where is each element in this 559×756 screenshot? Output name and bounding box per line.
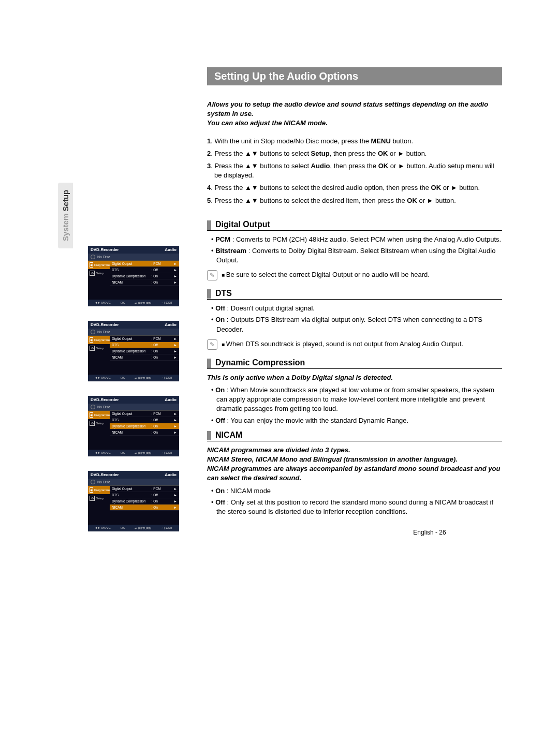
osd-nicam: DVD-RecorderAudio No Disc ◉Programme ⚙Se…	[88, 471, 179, 531]
sub-note: This is only active when a Dolby Digital…	[207, 373, 502, 382]
gear-icon: ⚙	[90, 496, 95, 501]
step-5: 5. Press the ▲▼ buttons to select the de…	[207, 196, 502, 205]
section-dynamic-compression: Dynamic Compression	[207, 358, 502, 369]
side-tab-dark: Setup	[61, 190, 70, 212]
osd-row: Dynamic Compression: On►	[110, 273, 179, 279]
programme-icon: ◉	[90, 487, 93, 493]
side-tab-light: System	[61, 214, 70, 241]
disc-icon	[91, 330, 95, 334]
gear-icon: ⚙	[90, 421, 95, 426]
osd-side-setup: ⚙Setup	[88, 269, 110, 277]
osd-screenshots: DVD-RecorderAudio No Disc ◉Programme ⚙Se…	[88, 246, 179, 546]
disc-icon	[91, 255, 95, 259]
note-icon: ✎	[207, 339, 217, 350]
note-icon: ✎	[207, 270, 217, 280]
osd-side-programme: ◉Programme	[88, 261, 110, 269]
bullet: • On : When Movie soundtracks are played…	[211, 386, 502, 414]
osd-footer: ◄► MOVEOK↩ RETURN→] EXIT	[88, 300, 179, 306]
osd-title: DVD-Recorder	[91, 247, 119, 252]
main-content: Allows you to setup the audio device and…	[207, 100, 502, 536]
page-title: Setting Up the Audio Options	[207, 67, 502, 85]
section-bar-icon	[207, 431, 211, 440]
section-dts: DTS	[207, 289, 502, 300]
step-2: 2. Press the ▲▼ buttons to select Setup,…	[207, 149, 502, 158]
osd-dts: DVD-RecorderAudio No Disc ◉Programme ⚙Se…	[88, 321, 179, 381]
disc-icon	[91, 405, 95, 409]
step-3: 3. Press the ▲▼ buttons to select Audio,…	[207, 161, 502, 180]
bullet: • Off : Only set at this position to rec…	[211, 498, 502, 516]
gear-icon: ⚙	[90, 271, 95, 276]
step-4: 4. Press the ▲▼ buttons to select the de…	[207, 183, 502, 192]
osd-dynamic-compression: DVD-RecorderAudio No Disc ◉Programme ⚙Se…	[88, 396, 179, 456]
bullet: • Bitstream : Converts to Dolby Digital …	[211, 246, 502, 265]
bullet: • PCM : Converts to PCM (2CH) 48kHz audi…	[211, 235, 502, 244]
step-1: 1. With the unit in Stop mode/No Disc mo…	[207, 137, 502, 146]
sub-note: NICAM programmes are divided into 3 type…	[207, 446, 502, 483]
note: ✎ Be sure to select the correct Digital …	[207, 270, 502, 280]
disc-icon	[91, 480, 95, 484]
intro-text: Allows you to setup the audio device and…	[207, 100, 502, 128]
osd-row: DTS: Off►	[110, 267, 179, 273]
programme-icon: ◉	[90, 262, 93, 268]
programme-icon: ◉	[90, 412, 93, 418]
osd-nodisc: No Disc	[88, 254, 179, 261]
bullet: • On : NICAM mode	[211, 486, 502, 496]
programme-icon: ◉	[90, 337, 93, 343]
section-digital-output: Digital Output	[207, 220, 502, 231]
osd-section: Audio	[165, 247, 176, 252]
note-text: When DTS soundtrack is played, sound is …	[222, 339, 502, 349]
manual-page: System Setup Setting Up the Audio Option…	[0, 0, 559, 756]
page-footer: English - 26	[357, 529, 502, 536]
section-bar-icon	[207, 289, 211, 299]
osd-digital-output: DVD-RecorderAudio No Disc ◉Programme ⚙Se…	[88, 246, 179, 306]
section-heading: DTS	[215, 289, 232, 299]
bullet: • On : Outputs DTS Bitstream via digital…	[211, 315, 502, 334]
bullet: • Off : Doesn't output digital signal.	[211, 304, 502, 313]
section-bar-icon	[207, 359, 211, 368]
steps-list: 1. With the unit in Stop mode/No Disc mo…	[207, 137, 502, 205]
section-heading: Digital Output	[215, 220, 270, 230]
bullet: • Off : You can enjoy the movie with the…	[211, 416, 502, 425]
gear-icon: ⚙	[90, 346, 95, 351]
section-bar-icon	[207, 220, 211, 230]
section-heading: Dynamic Compression	[215, 358, 305, 368]
section-nicam: NICAM	[207, 431, 502, 441]
side-tab: System Setup	[58, 183, 73, 248]
osd-row: NICAM: On►	[110, 279, 179, 286]
section-heading: NICAM	[215, 431, 242, 441]
note-text: Be sure to select the correct Digital Ou…	[222, 270, 502, 279]
note: ✎ When DTS soundtrack is played, sound i…	[207, 339, 502, 350]
osd-row: Digital Output: PCM►	[110, 261, 179, 267]
